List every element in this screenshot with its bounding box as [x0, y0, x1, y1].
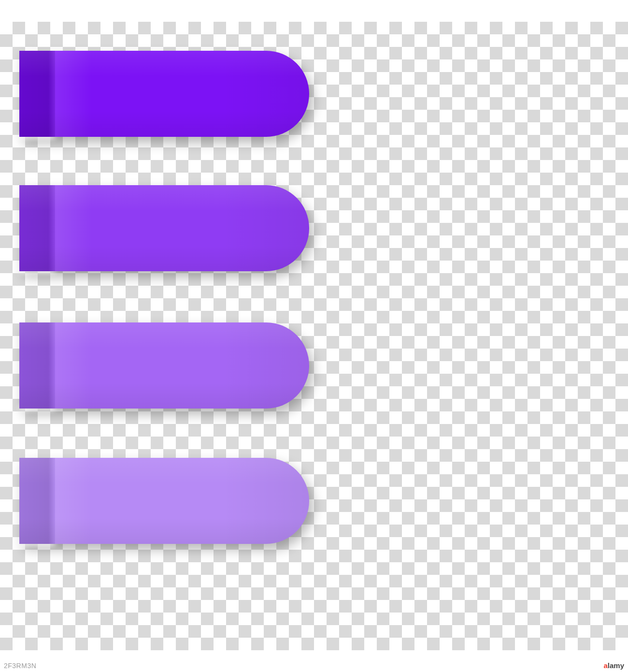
sticker-body [19, 322, 309, 409]
sticker-tab-2 [19, 185, 309, 271]
sticker-tab-4 [19, 458, 309, 544]
image-canvas: 2F3RM3N alamy [0, 0, 628, 672]
sticker-tab-3 [19, 322, 309, 409]
sticker-tab-1 [19, 51, 309, 137]
stock-logo: alamy [603, 662, 624, 669]
sticker-body [19, 185, 309, 271]
sticker-body [19, 51, 309, 137]
logo-letter: a [603, 661, 607, 670]
logo-rest: lamy [608, 661, 624, 670]
stock-image-id: 2F3RM3N [4, 662, 36, 669]
sticker-body [19, 458, 309, 544]
